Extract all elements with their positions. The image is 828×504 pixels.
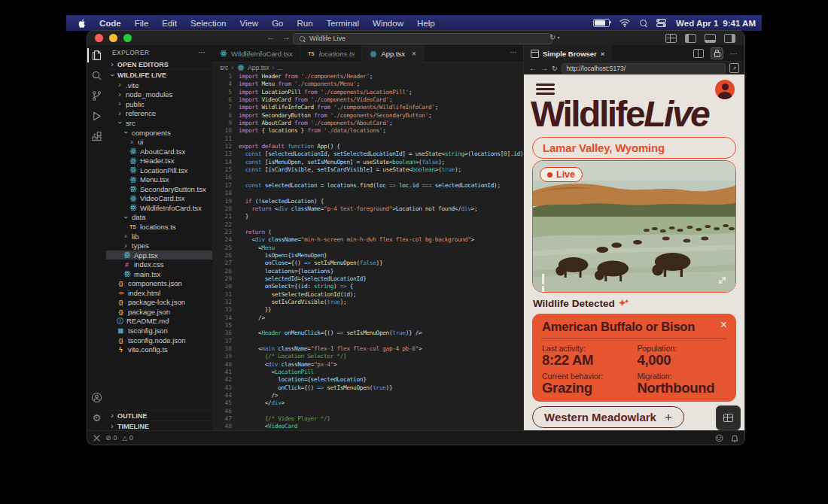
toggle-secondary-sidebar-icon[interactable] bbox=[724, 34, 735, 43]
search-view-icon[interactable] bbox=[87, 65, 106, 86]
tree-item-data[interactable]: ›data bbox=[106, 213, 212, 223]
timeline-section[interactable]: › TIMELINE bbox=[106, 421, 212, 431]
run-debug-icon[interactable] bbox=[87, 106, 106, 126]
tree-item-tsconfig.json[interactable]: ▦tsconfig.json bbox=[106, 326, 212, 335]
browser-back-icon[interactable]: ← bbox=[529, 64, 537, 72]
browser-forward-icon[interactable]: → bbox=[540, 64, 548, 72]
control-center-icon[interactable] bbox=[656, 19, 666, 27]
code-editor[interactable]: 3import Header from './components/Header… bbox=[212, 73, 524, 431]
zoom-window-button[interactable] bbox=[123, 34, 132, 42]
lock-icon[interactable] bbox=[711, 47, 723, 59]
menu-item-file[interactable]: File bbox=[135, 19, 149, 28]
problems-warnings[interactable]: △ 0 bbox=[123, 434, 133, 442]
tree-item-src[interactable]: ›src bbox=[106, 118, 212, 128]
fullscreen-icon[interactable] bbox=[717, 275, 728, 286]
close-icon[interactable]: × bbox=[720, 319, 727, 331]
outline-section[interactable]: › OUTLINE bbox=[106, 410, 212, 421]
tab-locations.ts[interactable]: TSlocations.ts bbox=[300, 45, 363, 62]
explorer-icon[interactable] bbox=[87, 45, 106, 65]
tree-item-VideoCard.tsx[interactable]: VideoCard.tsx bbox=[106, 194, 212, 204]
wifi-icon[interactable] bbox=[619, 19, 630, 27]
customize-layout-icon[interactable] bbox=[665, 34, 677, 43]
explorer-actions-icon[interactable]: ⋯ bbox=[198, 48, 206, 56]
tree-item-vite.config.ts[interactable]: ϟvite.config.ts bbox=[106, 345, 212, 354]
spotlight-search-icon[interactable] bbox=[640, 20, 647, 26]
tree-item-public[interactable]: ›public bbox=[106, 99, 212, 109]
tree-item-ui[interactable]: ›ui bbox=[106, 137, 212, 147]
battery-icon[interactable] bbox=[593, 19, 610, 27]
toggle-primary-sidebar-icon[interactable] bbox=[685, 34, 696, 43]
extensions-icon[interactable] bbox=[87, 126, 106, 147]
tree-item-index.css[interactable]: #index.css bbox=[106, 260, 212, 269]
tree-item-components.json[interactable]: {}components.json bbox=[106, 278, 212, 288]
menu-item-view[interactable]: View bbox=[239, 19, 258, 28]
minimize-window-button[interactable] bbox=[109, 34, 117, 42]
pause-button[interactable] bbox=[542, 274, 551, 284]
menu-item-window[interactable]: Window bbox=[373, 19, 403, 28]
tree-item-lib[interactable]: ›lib bbox=[106, 232, 212, 241]
tree-item-Header.tsx[interactable]: Header.tsx bbox=[106, 156, 212, 165]
menu-item-run[interactable]: Run bbox=[297, 19, 312, 28]
tree-item-components[interactable]: ›components bbox=[106, 128, 212, 138]
titlebar[interactable]: ← → Wildlife Live ↻▾ bbox=[87, 31, 744, 46]
tree-item-README.md[interactable]: iREADME.md bbox=[106, 317, 212, 326]
tree-item-types[interactable]: ›types bbox=[106, 241, 212, 250]
problems-errors[interactable]: ⊘ 0 bbox=[105, 434, 117, 442]
apple-icon[interactable] bbox=[77, 18, 86, 29]
tree-item-reference[interactable]: ›reference bbox=[106, 109, 212, 119]
video-card[interactable]: Live bbox=[532, 160, 736, 293]
breadcrumb-item-...[interactable]: ... bbox=[277, 64, 282, 71]
split-editor-icon[interactable] bbox=[693, 49, 704, 58]
editor-more-actions-icon[interactable]: ⋯ bbox=[510, 48, 518, 56]
project-root-section[interactable]: › WILDLIFE LIVE bbox=[106, 69, 212, 80]
source-control-icon[interactable] bbox=[87, 86, 106, 106]
tree-item-WildlifeInfoCard.tsx[interactable]: WildlifeInfoCard.tsx bbox=[106, 203, 212, 213]
menu-item-help[interactable]: Help bbox=[417, 19, 435, 28]
tree-item-package-lock.json[interactable]: {}package-lock.json bbox=[106, 298, 212, 308]
tree-item-index.html[interactable]: <>index.html bbox=[106, 288, 212, 298]
location-pill-button[interactable]: Lamar Valley, Wyoming bbox=[532, 137, 736, 159]
tree-item-package.json[interactable]: {}package.json bbox=[106, 307, 212, 317]
url-input[interactable]: http://localhost:5173/ bbox=[562, 63, 726, 74]
avatar[interactable] bbox=[715, 80, 735, 99]
close-icon[interactable]: × bbox=[601, 50, 605, 58]
menu-item-edit[interactable]: Edit bbox=[162, 19, 177, 28]
tree-item-.vite[interactable]: ›.vite bbox=[106, 80, 212, 90]
breadcrumb-item-src[interactable]: src bbox=[220, 64, 228, 71]
browser-overlay-button[interactable] bbox=[716, 405, 741, 430]
tab-simple-browser[interactable]: Simple Browser × bbox=[524, 45, 612, 62]
menu-item-go[interactable]: Go bbox=[272, 19, 283, 28]
tree-item-locations.ts[interactable]: TSlocations.ts bbox=[106, 222, 212, 232]
open-external-icon[interactable]: ↗ bbox=[729, 63, 739, 73]
tree-item-LocationPill.tsx[interactable]: LocationPill.tsx bbox=[106, 165, 212, 175]
browser-reload-icon[interactable]: ↻ bbox=[552, 65, 558, 72]
history-back-button[interactable]: ← bbox=[266, 32, 275, 41]
settings-gear-icon[interactable]: ⚙ bbox=[87, 408, 106, 428]
menubar-clock[interactable]: Wed Apr 19:41 AM bbox=[676, 19, 756, 28]
menu-item-terminal[interactable]: Terminal bbox=[327, 19, 359, 28]
open-editors-section[interactable]: › OPEN EDITORS bbox=[106, 59, 212, 69]
tree-item-SecondaryButton.tsx[interactable]: SecondaryButton.tsx bbox=[106, 184, 212, 194]
tree-item-App.tsx[interactable]: App.tsx bbox=[106, 250, 212, 260]
tab-WildlifeInfoCard.tsx[interactable]: WildlifeInfoCard.tsx bbox=[212, 45, 300, 62]
add-species-button[interactable]: Western Meadowlark+ bbox=[532, 406, 684, 428]
notifications-bell-icon[interactable] bbox=[731, 434, 738, 442]
tree-item-tsconfig.node.json[interactable]: {}tsconfig.node.json bbox=[106, 335, 212, 345]
tree-item-AboutCard.tsx[interactable]: AboutCard.tsx bbox=[106, 147, 212, 156]
history-forward-button[interactable]: → bbox=[282, 32, 291, 41]
tree-item-node_modules[interactable]: ›node_modules bbox=[106, 90, 212, 100]
command-center-search[interactable]: Wildlife Live bbox=[293, 33, 553, 44]
account-icon[interactable] bbox=[87, 387, 106, 408]
feedback-icon[interactable] bbox=[715, 434, 723, 442]
close-icon[interactable]: × bbox=[412, 50, 416, 58]
close-window-button[interactable] bbox=[95, 34, 103, 42]
breadcrumb-item-App.tsx[interactable]: App.tsx bbox=[248, 64, 269, 71]
menu-item-selection[interactable]: Selection bbox=[190, 19, 226, 28]
menu-item-code[interactable]: Code bbox=[99, 19, 121, 28]
toggle-panel-icon[interactable] bbox=[705, 34, 716, 43]
run-task-button[interactable]: ↻▾ bbox=[549, 33, 559, 41]
tab-App.tsx[interactable]: App.tsx× bbox=[362, 45, 424, 62]
tree-item-main.tsx[interactable]: main.tsx bbox=[106, 269, 212, 279]
more-actions-icon[interactable]: ⋯ bbox=[730, 50, 738, 58]
remote-indicator-icon[interactable] bbox=[93, 435, 100, 442]
